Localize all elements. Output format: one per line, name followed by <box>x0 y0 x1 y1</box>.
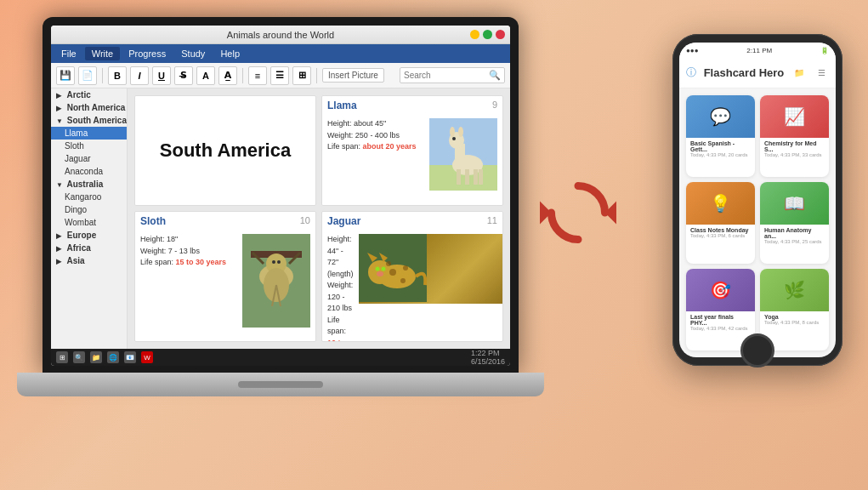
phone-app-title: Flashcard Hero <box>704 66 785 79</box>
search-box[interactable]: 🔍 <box>400 67 505 83</box>
toolbar-highlight[interactable]: A̲ <box>218 66 237 85</box>
svg-point-32 <box>377 271 383 276</box>
phone-deck-0-info: Basic Spanish - Gett... Today, 4:33 PM, … <box>686 138 755 160</box>
search-icon: 🔍 <box>489 70 501 81</box>
insert-picture-button[interactable]: Insert Picture <box>322 68 384 83</box>
sidebar-item-asia[interactable]: ▶ Asia <box>51 254 127 267</box>
llama-height: Height: about 45" <box>327 118 424 130</box>
taskbar-icon-4[interactable]: W <box>141 351 153 363</box>
taskbar-icon-2[interactable]: 🌐 <box>107 351 119 363</box>
close-button[interactable] <box>496 30 505 39</box>
phone-deck-1-info: Chemistry for Med S... Today, 4:33 PM, 3… <box>760 138 829 160</box>
south-america-title: South America <box>160 96 291 205</box>
toolbar-strikethrough[interactable]: S̶ <box>174 66 193 85</box>
sidebar-item-sloth[interactable]: Sloth <box>51 140 127 152</box>
minimize-button[interactable] <box>470 30 479 39</box>
phone-deck-2-header: 💡 <box>686 182 755 225</box>
menu-study[interactable]: Study <box>174 47 212 60</box>
sidebar-item-north-america[interactable]: ▶ North America <box>51 101 127 114</box>
phone-deck-2[interactable]: 💡 Class Notes Monday Today, 4:33 PM, 6 c… <box>686 182 755 264</box>
phone-deck-2-info: Class Notes Monday Today, 4:33 PM, 6 car… <box>686 225 755 241</box>
phone-deck-5[interactable]: 🌿 Yoga Today, 4:33 PM, 8 cards <box>760 269 829 350</box>
main-content: ▶ Arctic ▶ North America ▼ South America <box>51 88 510 349</box>
menu-write[interactable]: Write <box>85 47 120 60</box>
laptop-base <box>17 373 544 396</box>
card-jaguar: 11 Jaguar Height: 44" - 72" (length) Wei… <box>321 211 503 342</box>
sidebar-item-arctic[interactable]: ▶ Arctic <box>51 88 127 101</box>
phone-deck-5-meta: Today, 4:33 PM, 8 cards <box>764 320 825 325</box>
toolbar-list2[interactable]: ☰ <box>270 66 289 85</box>
sidebar-item-africa[interactable]: ▶ Africa <box>51 242 127 254</box>
sidebar-item-south-america[interactable]: ▼ South America <box>51 114 127 127</box>
sidebar-item-wombat[interactable]: Wombat <box>51 216 127 229</box>
svg-rect-11 <box>479 169 483 185</box>
phone-deck-4-title: Last year finals PHY... <box>690 314 751 326</box>
svg-point-17 <box>277 260 281 264</box>
start-button[interactable]: ⊞ <box>56 351 68 363</box>
toolbar-italic[interactable]: I <box>130 66 149 85</box>
phone-nav-bar: ⓘ Flashcard Hero 📁 ☰ <box>679 58 836 88</box>
phone-deck-1[interactable]: 📈 Chemistry for Med S... Today, 4:33 PM,… <box>760 95 829 177</box>
card-title-llama: Llama <box>322 96 502 115</box>
card-south-america: South America <box>134 95 316 206</box>
card-text-llama: Height: about 45" Weight: 250 - 400 lbs … <box>327 118 424 191</box>
svg-point-29 <box>386 261 391 266</box>
phone-screen: ●●● 2:11 PM 🔋 ⓘ Flashcard Hero 📁 ☰ 💬 <box>679 43 836 357</box>
app-title: Animals around the World <box>227 30 334 40</box>
arrow-icon: ▼ <box>56 181 65 189</box>
card-content-llama: Height: about 45" Weight: 250 - 400 lbs … <box>322 115 502 194</box>
phone-deck-1-icon: 📈 <box>784 106 805 127</box>
jaguar-weight: Weight: 120 - 210 lbs <box>327 280 354 315</box>
sidebar-item-jaguar[interactable]: Jaguar <box>51 152 127 165</box>
sidebar-item-dingo[interactable]: Dingo <box>51 203 127 216</box>
phone-deck-2-meta: Today, 4:33 PM, 6 cards <box>690 233 751 238</box>
window-controls <box>470 30 505 39</box>
menu-file[interactable]: File <box>54 47 83 60</box>
phone-deck-0[interactable]: 💬 Basic Spanish - Gett... Today, 4:33 PM… <box>686 95 755 177</box>
phone-deck-2-title: Class Notes Monday <box>690 227 751 233</box>
laptop: Animals around the World File Write Prog… <box>17 17 544 468</box>
menu-help[interactable]: Help <box>213 47 247 60</box>
llama-image <box>429 118 497 191</box>
sidebar-item-llama[interactable]: Llama <box>51 127 127 140</box>
app-window: Animals around the World File Write Prog… <box>51 26 510 366</box>
sidebar-item-australia[interactable]: ▼ Australia <box>51 178 127 191</box>
arrow-icon: ▶ <box>56 92 65 100</box>
sloth-image <box>242 234 310 328</box>
phone-deck-5-icon: 🌿 <box>784 280 805 300</box>
phone-home-button[interactable] <box>740 333 774 368</box>
phone-deck-5-title: Yoga <box>764 314 825 320</box>
toolbar-bold[interactable]: B <box>108 66 127 85</box>
phone-decks-grid: 💬 Basic Spanish - Gett... Today, 4:33 PM… <box>679 88 836 357</box>
sidebar-item-europe[interactable]: ▶ Europe <box>51 229 127 242</box>
toolbar-color[interactable]: A <box>196 66 215 85</box>
document-area: South America 9 Llama Height: about 45" … <box>128 88 510 349</box>
info-icon[interactable]: ⓘ <box>686 66 696 80</box>
menu-progress[interactable]: Progress <box>122 47 173 60</box>
taskbar-icon-3[interactable]: 📧 <box>124 351 136 363</box>
sidebar-item-anaconda[interactable]: Anaconda <box>51 165 127 178</box>
taskbar-icon-1[interactable]: 📁 <box>90 351 102 363</box>
maximize-button[interactable] <box>483 30 492 39</box>
toolbar-table[interactable]: ⊞ <box>292 66 311 85</box>
toolbar-underline[interactable]: U <box>152 66 171 85</box>
arrow-icon: ▶ <box>56 245 65 253</box>
toolbar-save[interactable]: 💾 <box>56 66 75 85</box>
search-taskbar[interactable]: 🔍 <box>73 351 85 363</box>
svg-rect-8 <box>457 169 461 185</box>
svg-point-30 <box>375 267 379 271</box>
toolbar-list[interactable]: ≡ <box>248 66 267 85</box>
phone-deck-3-icon: 📖 <box>784 193 805 214</box>
phone-deck-3[interactable]: 📖 Human Anatomy an... Today, 4:33 PM, 25… <box>760 182 829 264</box>
svg-point-5 <box>450 127 455 137</box>
phone-deck-3-header: 📖 <box>760 182 829 225</box>
jaguar-height: Height: 44" - 72" (length) <box>327 234 354 280</box>
phone-list-icon[interactable]: ☰ <box>814 66 829 81</box>
sidebar-item-kangaroo[interactable]: Kangaroo <box>51 191 127 203</box>
toolbar-new[interactable]: 📄 <box>78 66 97 85</box>
jaguar-image <box>359 234 503 304</box>
search-input[interactable] <box>404 71 489 80</box>
laptop-screen: Animals around the World File Write Prog… <box>51 26 510 366</box>
phone-deck-1-title: Chemistry for Med S... <box>764 140 825 152</box>
phone-folder-icon[interactable]: 📁 <box>791 66 807 81</box>
